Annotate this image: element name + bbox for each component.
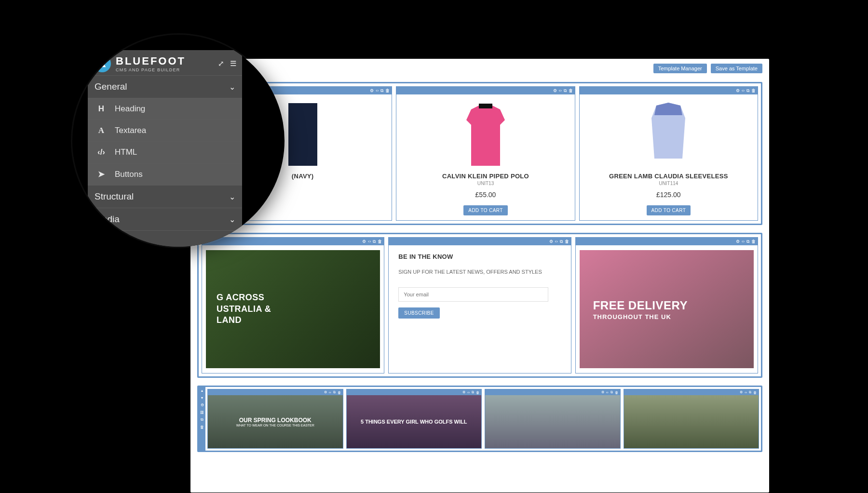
columns-icon[interactable]: ▥	[200, 410, 204, 414]
item-label: Textarea	[115, 126, 146, 135]
banner-col-2[interactable]: ⚙ ‹› ⧉ 🗑 BE IN THE KNOW SIGN UP FOR THE …	[388, 237, 571, 373]
sidebar-item-buttons[interactable]: ➤ Buttons	[88, 163, 242, 185]
duplicate-icon[interactable]: ⧉	[380, 88, 383, 93]
gear-icon[interactable]: ⚙	[201, 403, 204, 407]
trash-icon[interactable]: 🗑	[751, 239, 756, 244]
duplicate-icon[interactable]: ⧉	[746, 88, 749, 93]
section-label: General	[95, 81, 127, 92]
product-sku: UNIT13	[400, 181, 570, 186]
trash-icon[interactable]: 🗑	[569, 88, 573, 93]
menu-icon[interactable]: ☰	[230, 59, 236, 68]
product-name: GREEN LAMB CLAUDIA SLEEVELESS	[583, 173, 754, 180]
gear-icon[interactable]: ⚙	[736, 88, 740, 93]
duplicate-icon[interactable]: ⧉	[373, 239, 376, 244]
chevron-down-icon: ⌄	[229, 82, 235, 92]
gear-icon[interactable]: ⚙	[362, 239, 366, 244]
section-label: Media	[95, 214, 120, 225]
item-label: Buttons	[115, 170, 143, 179]
product-price: £55.00	[400, 191, 570, 199]
trash-icon[interactable]: 🗑	[200, 425, 204, 429]
gear-icon[interactable]: ⚙	[549, 239, 553, 244]
chevron-down-icon: ⌄	[229, 192, 235, 201]
thumb-image: 5 THINGS EVERY GIRL WHO GOLFS WILL	[347, 395, 482, 448]
svg-rect-0	[288, 103, 317, 166]
chevron-down-icon: ⌄	[229, 215, 235, 224]
trash-icon[interactable]: 🗑	[565, 239, 569, 244]
duplicate-icon[interactable]: ⧉	[564, 88, 567, 93]
sidebar-header: BLUEFOOT CMS AND PAGE BUILDER ⤢ ☰	[88, 50, 242, 75]
product-sku: UNIT114	[583, 181, 754, 186]
code-icon: ‹/›	[96, 147, 106, 157]
code-icon[interactable]: ‹›	[376, 88, 379, 93]
heading-icon: H	[96, 104, 106, 114]
add-to-cart-button[interactable]: ADD TO CART	[463, 205, 508, 215]
product-image	[400, 99, 570, 170]
thumb-title: OUR SPRING LOOKBOOK	[239, 417, 312, 424]
col-toolbar[interactable]: ⚙ ‹› ⧉ 🗑	[202, 238, 384, 245]
thumb-title: 5 THINGS EVERY GIRL WHO GOLFS WILL	[361, 419, 467, 425]
product-col-2[interactable]: ⚙ ‹› ⧉ 🗑 CALVIN KLEIN PIPED POLO	[396, 86, 575, 221]
banner-col-3[interactable]: ⚙ ‹› ⧉ 🗑 FREE DELIVERY THROUGHOUT THE UK	[575, 237, 758, 373]
template-manager-button[interactable]: Template Manager	[653, 64, 707, 73]
bluefoot-logo-icon	[94, 55, 111, 72]
trash-icon[interactable]: 🗑	[385, 88, 390, 93]
sidebar-item-heading[interactable]: H Heading	[88, 98, 242, 120]
trash-icon[interactable]: 🗑	[378, 239, 382, 244]
thumb-col-4[interactable]: ⚙‹›⧉🗑	[624, 389, 760, 449]
banner-image: G ACROSS USTRALIA & LAND	[206, 250, 380, 368]
builder-row-banners[interactable]: ⚙ ‹› ⧉ 🗑 G ACROSS USTRALIA & LAND ⚙ ‹	[197, 233, 762, 378]
chevron-down-icon[interactable]: ▾	[201, 396, 203, 400]
magnifier-lens: BLUEFOOT CMS AND PAGE BUILDER ⤢ ☰ Genera…	[72, 35, 285, 247]
code-icon[interactable]: ‹›	[742, 88, 745, 93]
col-toolbar[interactable]: ⚙ ‹› ⧉ 🗑	[396, 87, 574, 94]
product-col-3[interactable]: ⚙ ‹› ⧉ 🗑 GREEN LAMB CLAUDIA SLEEVELESS	[579, 86, 758, 221]
newsletter-email-input[interactable]	[398, 287, 548, 302]
trash-icon[interactable]: 🗑	[751, 88, 756, 93]
col-toolbar[interactable]: ⚙ ‹› ⧉ 🗑	[389, 238, 570, 245]
svg-point-2	[102, 63, 104, 65]
banner-subtitle: THROUGHOUT THE UK	[593, 313, 688, 320]
gear-icon[interactable]: ⚙	[370, 88, 374, 93]
svg-rect-1	[479, 104, 492, 108]
banner-col-1[interactable]: ⚙ ‹› ⧉ 🗑 G ACROSS USTRALIA & LAND	[202, 237, 384, 373]
add-to-cart-button[interactable]: ADD TO CART	[647, 205, 691, 215]
gear-icon[interactable]: ⚙	[736, 239, 740, 244]
thumb-image	[485, 395, 620, 448]
item-label: HTML	[115, 147, 137, 157]
banner-title: FREE DELIVERY	[593, 298, 688, 313]
duplicate-icon[interactable]: ⧉	[746, 239, 749, 244]
col-toolbar[interactable]: ⚙ ‹› ⧉ 🗑	[576, 238, 758, 245]
banner-image: FREE DELIVERY THROUGHOUT THE UK	[580, 250, 754, 368]
banner-overlay-text: G ACROSS USTRALIA & LAND	[217, 292, 271, 326]
thumb-image	[624, 395, 759, 448]
code-icon[interactable]: ‹›	[559, 88, 562, 93]
sidebar-section-structural[interactable]: Structural ⌄	[88, 185, 242, 208]
newsletter-subtitle: SIGN UP FOR THE LATEST NEWS, OFFERS AND …	[398, 269, 561, 275]
section-label: Structural	[95, 191, 134, 202]
row-handle[interactable]: ▴ ▾ ⚙ ▥ ⧉ 🗑	[199, 387, 205, 451]
sidebar-section-general[interactable]: General ⌄	[88, 75, 242, 98]
product-price: £125.00	[583, 191, 754, 199]
duplicate-icon[interactable]: ⧉	[560, 239, 563, 244]
product-name: CALVIN KLEIN PIPED POLO	[400, 173, 570, 180]
expand-icon[interactable]: ⤢	[218, 59, 224, 68]
code-icon[interactable]: ‹›	[368, 239, 371, 244]
chevron-up-icon[interactable]: ▴	[201, 388, 203, 393]
code-icon[interactable]: ‹›	[742, 239, 745, 244]
save-template-button[interactable]: Save as Template	[711, 64, 762, 73]
builder-row-thumbs[interactable]: ▴ ▾ ⚙ ▥ ⧉ 🗑 ⚙‹›⧉🗑 OUR SPRING LOOKBOOK WH…	[197, 386, 762, 452]
col-toolbar[interactable]: ⚙ ‹› ⧉ 🗑	[580, 87, 758, 94]
cursor-icon: ➤	[96, 169, 106, 179]
sidebar-item-textarea[interactable]: A Textarea	[88, 120, 242, 141]
thumb-image: OUR SPRING LOOKBOOK WHAT TO WEAR ON THE …	[208, 395, 343, 448]
thumb-subtitle: WHAT TO WEAR ON THE COURSE THIS EASTER	[236, 424, 314, 427]
sidebar-item-html[interactable]: ‹/› HTML	[88, 141, 242, 163]
duplicate-icon[interactable]: ⧉	[201, 417, 203, 422]
thumb-col-3[interactable]: ⚙‹›⧉🗑	[485, 389, 621, 449]
thumb-col-1[interactable]: ⚙‹›⧉🗑 OUR SPRING LOOKBOOK WHAT TO WEAR O…	[207, 389, 343, 449]
gear-icon[interactable]: ⚙	[553, 88, 557, 93]
code-icon[interactable]: ‹›	[555, 239, 558, 244]
sidebar-section-media[interactable]: Media ⌄	[88, 208, 242, 230]
thumb-col-2[interactable]: ⚙‹›⧉🗑 5 THINGS EVERY GIRL WHO GOLFS WILL	[346, 389, 482, 449]
subscribe-button[interactable]: SUBSCRIBE	[398, 307, 439, 319]
